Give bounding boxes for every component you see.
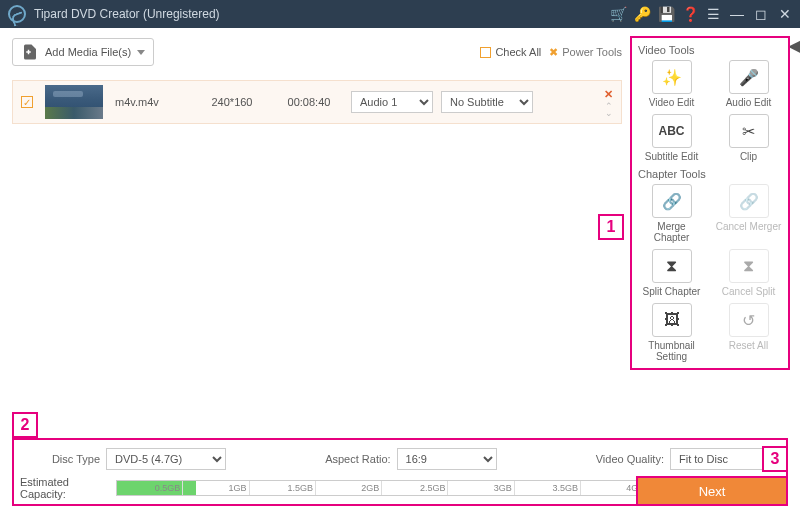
subtitle-edit-button[interactable]: ABCSubtitle Edit bbox=[639, 114, 705, 162]
disc-type-label: Disc Type bbox=[20, 453, 100, 465]
minimize-icon[interactable]: — bbox=[730, 6, 744, 22]
file-row[interactable]: ✓ m4v.m4v 240*160 00:08:40 Audio 1 No Su… bbox=[12, 80, 622, 124]
mic-icon: 🎤 bbox=[729, 60, 769, 94]
split-chapter-button[interactable]: ⧗Split Chapter bbox=[639, 249, 705, 297]
audio-edit-button[interactable]: 🎤Audio Edit bbox=[716, 60, 782, 108]
reorder-icon[interactable]: ⌃⌄ bbox=[605, 103, 613, 117]
annotation-2: 2 bbox=[12, 412, 38, 438]
clip-button[interactable]: ✂Clip bbox=[716, 114, 782, 162]
wrench-icon: ✖ bbox=[549, 46, 558, 59]
thumbnail-setting-button[interactable]: 🖼Thumbnail Setting bbox=[639, 303, 705, 362]
remove-file-icon[interactable]: ✕ bbox=[604, 88, 613, 101]
power-tools-button[interactable]: ✖ Power Tools bbox=[549, 46, 622, 59]
add-file-icon bbox=[21, 43, 39, 61]
video-edit-button[interactable]: ✨Video Edit bbox=[639, 60, 705, 108]
file-duration: 00:08:40 bbox=[279, 96, 339, 108]
file-checkbox[interactable]: ✓ bbox=[21, 96, 33, 108]
tools-panel: Video Tools ✨Video Edit 🎤Audio Edit ABCS… bbox=[630, 36, 790, 370]
checkbox-icon bbox=[480, 47, 491, 58]
unsplit-icon: ⧗ bbox=[729, 249, 769, 283]
cancel-split-button: ⧗Cancel Split bbox=[716, 249, 782, 297]
split-icon: ⧗ bbox=[652, 249, 692, 283]
next-button[interactable]: Next bbox=[636, 476, 788, 506]
title-bar: Tipard DVD Creator (Unregistered) 🛒 🔑 💾 … bbox=[0, 0, 800, 28]
check-all-label: Check All bbox=[495, 46, 541, 58]
key-icon[interactable]: 🔑 bbox=[634, 6, 648, 22]
power-tools-label: Power Tools bbox=[562, 46, 622, 58]
aspect-ratio-label: Aspect Ratio: bbox=[325, 453, 390, 465]
reset-all-button: ↺Reset All bbox=[716, 303, 782, 362]
reset-icon: ↺ bbox=[729, 303, 769, 337]
abc-icon: ABC bbox=[652, 114, 692, 148]
aspect-ratio-select[interactable]: 16:9 bbox=[397, 448, 497, 470]
capacity-label: Estimated Capacity: bbox=[20, 476, 112, 500]
video-tools-header: Video Tools bbox=[638, 44, 784, 56]
scissors-icon: ✂ bbox=[729, 114, 769, 148]
check-all-button[interactable]: Check All bbox=[480, 46, 541, 58]
annotation-1: 1 bbox=[598, 214, 624, 240]
chapter-tools-header: Chapter Tools bbox=[638, 168, 784, 180]
close-icon[interactable]: ✕ bbox=[778, 6, 792, 22]
merge-chapter-button[interactable]: 🔗Merge Chapter bbox=[639, 184, 705, 243]
annotation-3: 3 bbox=[762, 446, 788, 472]
save-icon[interactable]: 💾 bbox=[658, 6, 672, 22]
image-icon: 🖼 bbox=[652, 303, 692, 337]
cart-icon[interactable]: 🛒 bbox=[610, 6, 624, 22]
file-resolution: 240*160 bbox=[197, 96, 267, 108]
cancel-merger-button: 🔗Cancel Merger bbox=[716, 184, 782, 243]
caret-down-icon bbox=[137, 50, 145, 55]
help-icon[interactable]: ❓ bbox=[682, 6, 696, 22]
file-thumbnail bbox=[45, 85, 103, 119]
link-icon: 🔗 bbox=[652, 184, 692, 218]
audio-select[interactable]: Audio 1 bbox=[351, 91, 433, 113]
maximize-icon[interactable]: ◻ bbox=[754, 6, 768, 22]
subtitle-select[interactable]: No Subtitle bbox=[441, 91, 533, 113]
add-media-button[interactable]: Add Media File(s) bbox=[12, 38, 154, 66]
app-title: Tipard DVD Creator (Unregistered) bbox=[34, 7, 610, 21]
menu-icon[interactable]: ☰ bbox=[706, 6, 720, 22]
disc-type-select[interactable]: DVD-5 (4.7G) bbox=[106, 448, 226, 470]
file-name: m4v.m4v bbox=[115, 96, 185, 108]
wand-icon: ✨ bbox=[652, 60, 692, 94]
app-logo-icon bbox=[8, 5, 26, 23]
add-media-label: Add Media File(s) bbox=[45, 46, 131, 58]
unlink-icon: 🔗 bbox=[729, 184, 769, 218]
